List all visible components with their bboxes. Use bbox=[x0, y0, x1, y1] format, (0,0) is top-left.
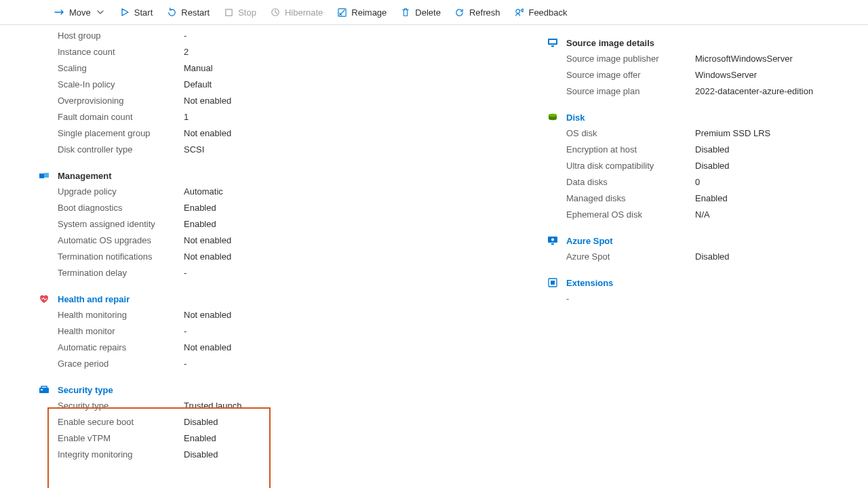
property-row: Automatic repairsNot enabled bbox=[58, 340, 526, 356]
property-row: Host group- bbox=[58, 28, 526, 44]
svg-rect-7 bbox=[41, 389, 43, 390]
svg-rect-0 bbox=[226, 9, 232, 15]
disk-icon bbox=[547, 112, 558, 123]
group-title: Disk bbox=[566, 113, 585, 123]
property-row: Health monitor- bbox=[58, 323, 526, 340]
property-value: Not enabled bbox=[184, 125, 231, 142]
property-row: Ultra disk compatibilityDisabled bbox=[566, 158, 827, 174]
reimage-label: Reimage bbox=[351, 7, 387, 18]
svg-rect-17 bbox=[551, 281, 555, 285]
property-value: - bbox=[184, 28, 186, 44]
restart-icon bbox=[166, 7, 177, 18]
feedback-button[interactable]: Feedback bbox=[508, 4, 572, 20]
property-value: 2 bbox=[184, 44, 189, 60]
right-column: Source image details Source image publis… bbox=[566, 25, 841, 463]
reimage-button[interactable]: Reimage bbox=[331, 4, 392, 20]
property-row: Managed disksEnabled bbox=[566, 190, 827, 207]
property-row: Termination delay- bbox=[58, 265, 526, 281]
restart-button[interactable]: Restart bbox=[161, 4, 215, 20]
health-group: Health and repair Health monitoringNot e… bbox=[58, 291, 526, 372]
svg-point-15 bbox=[551, 239, 554, 241]
svg-rect-9 bbox=[549, 40, 556, 43]
delete-icon bbox=[400, 7, 411, 18]
chevron-down-icon bbox=[95, 7, 106, 18]
health-header[interactable]: Health and repair bbox=[58, 291, 526, 307]
property-value: - bbox=[184, 265, 186, 281]
move-button[interactable]: Move bbox=[49, 4, 111, 20]
property-label: Enable secure boot bbox=[58, 414, 184, 430]
property-label: Data disks bbox=[566, 174, 695, 190]
delete-button[interactable]: Delete bbox=[395, 4, 446, 20]
property-label: System assigned identity bbox=[58, 216, 184, 232]
property-value: 1 bbox=[184, 109, 189, 125]
security-group: Security type Security typeTrusted launc… bbox=[58, 382, 526, 463]
feedback-icon bbox=[513, 7, 524, 18]
property-label: Security type bbox=[58, 398, 184, 414]
property-label: Termination delay bbox=[58, 265, 184, 281]
property-value: - bbox=[566, 291, 695, 307]
property-label: Scale-In policy bbox=[58, 77, 184, 93]
spot-header[interactable]: Azure Spot bbox=[566, 232, 827, 249]
stop-button: Stop bbox=[218, 4, 262, 20]
disk-header[interactable]: Disk bbox=[566, 109, 827, 125]
property-label: Health monitoring bbox=[58, 307, 184, 323]
property-value: Disabled bbox=[184, 414, 218, 430]
property-value: Enabled bbox=[184, 216, 216, 232]
svg-rect-14 bbox=[551, 243, 554, 245]
start-button[interactable]: Start bbox=[114, 4, 158, 20]
property-value: Disabled bbox=[695, 249, 730, 265]
spot-group: Azure Spot Azure SpotDisabled bbox=[566, 232, 827, 265]
property-row: Upgrade policyAutomatic bbox=[58, 184, 526, 200]
toolbar: Move Start Restart Stop Hibernate Reimag… bbox=[0, 0, 868, 25]
property-label: Automatic repairs bbox=[58, 340, 184, 356]
delete-label: Delete bbox=[415, 7, 441, 18]
property-label: Host group bbox=[58, 28, 184, 44]
property-label: Source image offer bbox=[566, 67, 695, 83]
property-value: 2022-datacenter-azure-edition bbox=[695, 83, 813, 100]
property-row: Scale-In policyDefault bbox=[58, 77, 526, 93]
property-label: Integrity monitoring bbox=[58, 447, 184, 463]
extensions-header[interactable]: Extensions bbox=[566, 274, 827, 291]
refresh-icon bbox=[454, 7, 465, 18]
group-title: Extensions bbox=[566, 278, 613, 288]
spot-icon bbox=[547, 235, 558, 246]
property-row: Instance count2 bbox=[58, 44, 526, 60]
property-row: Fault domain count1 bbox=[58, 109, 526, 125]
property-label: Ephemeral OS disk bbox=[566, 207, 695, 223]
property-value: Automatic bbox=[184, 184, 223, 200]
property-label: Disk controller type bbox=[58, 142, 184, 158]
security-header[interactable]: Security type bbox=[58, 382, 526, 398]
property-value: WindowsServer bbox=[695, 67, 757, 83]
management-icon bbox=[39, 170, 50, 181]
reimage-icon bbox=[336, 7, 347, 18]
extensions-icon bbox=[547, 277, 558, 288]
property-value: N/A bbox=[695, 207, 710, 223]
source-image-header: Source image details bbox=[566, 35, 827, 51]
property-row: Enable secure bootDisabled bbox=[58, 414, 526, 430]
content: Host group- Instance count2 ScalingManua… bbox=[0, 25, 868, 476]
stop-icon bbox=[223, 7, 234, 18]
refresh-label: Refresh bbox=[469, 7, 500, 18]
property-row: Ephemeral OS diskN/A bbox=[566, 207, 827, 223]
property-row: Source image plan2022-datacenter-azure-e… bbox=[566, 83, 827, 100]
source-image-group: Source image details Source image publis… bbox=[566, 35, 827, 100]
property-row: Boot diagnosticsEnabled bbox=[58, 200, 526, 216]
property-label: Encryption at host bbox=[566, 142, 695, 158]
property-row: OS diskPremium SSD LRS bbox=[566, 125, 827, 142]
refresh-button[interactable]: Refresh bbox=[449, 4, 506, 20]
property-row: Source image publisherMicrosoftWindowsSe… bbox=[566, 51, 827, 67]
property-label: Managed disks bbox=[566, 190, 695, 207]
property-row: Grace period- bbox=[58, 356, 526, 372]
hibernate-label: Hibernate bbox=[285, 7, 323, 18]
property-row: Enable vTPMEnabled bbox=[58, 430, 526, 447]
property-value: Enabled bbox=[695, 190, 728, 207]
property-label: Single placement group bbox=[58, 125, 184, 142]
property-value: SCSI bbox=[184, 142, 204, 158]
property-label: Health monitor bbox=[58, 323, 184, 340]
property-row: Termination notificationsNot enabled bbox=[58, 249, 526, 265]
property-value: 0 bbox=[695, 174, 700, 190]
property-label: Upgrade policy bbox=[58, 184, 184, 200]
property-value: Disabled bbox=[184, 447, 218, 463]
group-title: Management bbox=[58, 171, 111, 181]
svg-rect-4 bbox=[39, 174, 44, 178]
